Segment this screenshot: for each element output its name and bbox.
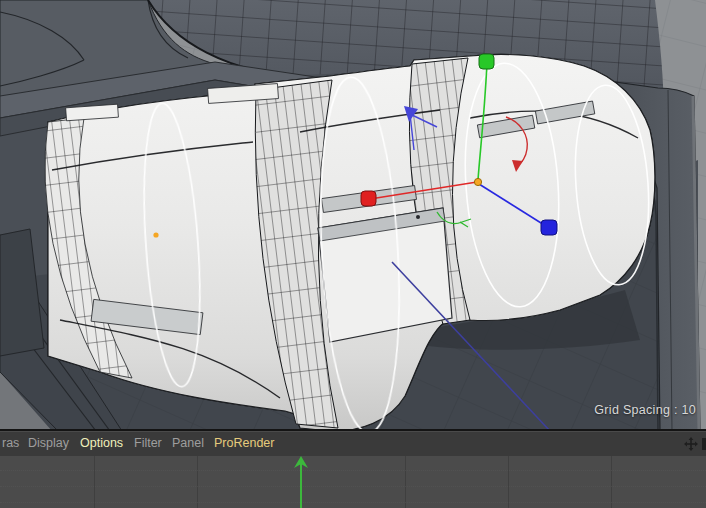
grid-line [611,456,612,508]
gizmo-y-handle[interactable] [479,54,494,69]
menu-item-filter[interactable]: Filter [134,431,162,456]
menu-item-prorender[interactable]: ProRender [214,431,274,456]
app-window: Grid Spacing : 10 ras Display Options Fi… [0,0,706,508]
grid-dots [0,470,706,471]
orange-point [153,232,158,237]
viewport-canvas[interactable] [0,0,706,431]
grid-line [405,456,406,508]
menu-item-cameras[interactable]: ras [2,431,19,456]
pan-icon[interactable] [684,437,698,451]
gizmo-x-handle[interactable] [361,191,376,206]
world-y-axis-arrow [294,456,308,508]
grid-line [508,456,509,508]
menu-item-options[interactable]: Options [80,431,123,456]
gizmo-origin[interactable] [474,178,481,185]
grid-line [197,456,198,508]
grid-dots [0,486,706,487]
bottom-viewport[interactable] [0,456,706,508]
vertex-dot [416,215,420,219]
grid-dots [0,502,706,503]
menu-item-display[interactable]: Display [28,431,69,456]
gizmo-z-handle[interactable] [541,220,557,235]
menu-item-panel[interactable]: Panel [172,431,204,456]
grid-spacing-label: Grid Spacing : 10 [594,403,696,417]
grid-line [94,456,95,508]
viewport-menu-bar: ras Display Options Filter Panel ProRend… [0,429,706,458]
perspective-viewport[interactable]: Grid Spacing : 10 [0,0,706,431]
zoom-icon-partial[interactable] [702,438,706,450]
